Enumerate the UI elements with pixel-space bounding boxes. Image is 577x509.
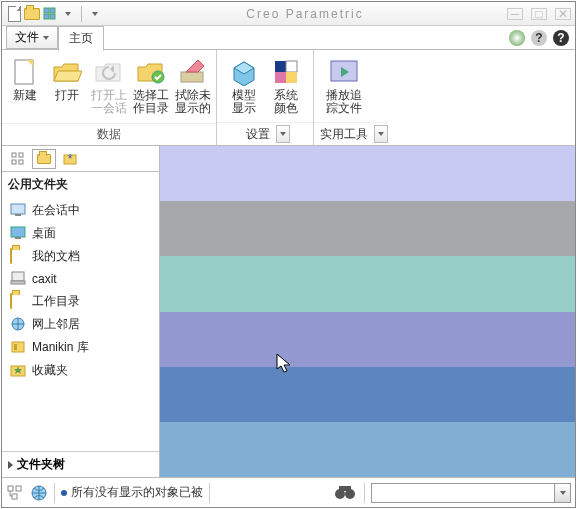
status-message: 所有没有显示的对象已被 (61, 484, 203, 501)
settings-dropdown[interactable]: 设置 (240, 125, 290, 143)
workdir-icon (10, 294, 26, 310)
svg-rect-36 (14, 344, 17, 350)
customize-dropdown-icon[interactable] (87, 6, 103, 22)
play-trace-icon (328, 56, 360, 88)
erase-button[interactable]: 拭除未 显示的 (172, 54, 214, 117)
quick-access-toolbar (6, 6, 103, 22)
sidebar-list: 在会话中 桌面 我的文档 caxit 工作目录 网上邻居 Manikin 库 收… (2, 197, 159, 384)
window-buttons: ─ □ ✕ (507, 8, 571, 20)
svg-rect-32 (12, 272, 24, 281)
utils-dropdown[interactable]: 实用工具 (314, 125, 388, 143)
svg-rect-18 (275, 72, 286, 83)
browser-icon[interactable] (30, 484, 48, 502)
maximize-button[interactable]: □ (531, 8, 547, 20)
sidebar-item-workdir[interactable]: 工作目录 (2, 290, 159, 313)
file-menu[interactable]: 文件 (6, 26, 58, 49)
svg-rect-0 (44, 8, 49, 13)
svg-rect-35 (12, 342, 24, 352)
system-color-button[interactable]: 系统 颜色 (265, 54, 307, 117)
system-color-icon (270, 56, 302, 88)
find-icon[interactable] (334, 484, 358, 502)
chevron-down-icon (554, 484, 570, 502)
sidebar-item-documents[interactable]: 我的文档 (2, 245, 159, 268)
folder-tree-toggle[interactable]: 文件夹树 (2, 451, 159, 477)
svg-rect-33 (11, 281, 25, 284)
sidebar-item-manikin[interactable]: Manikin 库 (2, 336, 159, 359)
group-label-data: 数据 (2, 123, 216, 145)
graphics-canvas[interactable] (160, 146, 575, 477)
svg-rect-16 (275, 61, 286, 72)
file-menu-label: 文件 (15, 29, 39, 46)
svg-rect-47 (339, 486, 351, 491)
titlebar: Creo Parametric ─ □ ✕ (2, 2, 575, 26)
sidebar-item-favorites[interactable]: 收藏夹 (2, 359, 159, 382)
open-last-icon (93, 56, 125, 88)
chevron-down-icon (276, 125, 290, 143)
computer-icon (10, 271, 26, 287)
ribbon-group-data: 新建 打开 打开上 一会话 选择工 作目录 拭除未 显示的 (2, 50, 217, 145)
app-title: Creo Parametric (103, 7, 507, 21)
svg-rect-1 (50, 8, 55, 13)
sidebar-tab-tree[interactable] (6, 149, 30, 169)
svg-rect-30 (11, 227, 25, 237)
close-button[interactable]: ✕ (555, 8, 571, 20)
sidebar-tab-folders[interactable] (32, 149, 56, 169)
svg-rect-28 (11, 204, 25, 214)
sidebar-item-session[interactable]: 在会话中 (2, 199, 159, 222)
sidebar: * 公用文件夹 在会话中 桌面 我的文档 caxit 工作目录 网上邻居 Man… (2, 146, 160, 477)
svg-rect-40 (16, 486, 21, 491)
ribbon-group-settings: 模型 显示 系统 颜色 设置 (217, 50, 314, 145)
dropdown-icon[interactable] (60, 6, 76, 22)
chevron-right-icon (8, 461, 13, 469)
svg-rect-22 (12, 153, 16, 157)
open-last-button[interactable]: 打开上 一会话 (88, 54, 130, 117)
bullet-icon (61, 490, 67, 496)
documents-icon (10, 249, 26, 265)
select-wd-button[interactable]: 选择工 作目录 (130, 54, 172, 117)
model-display-button[interactable]: 模型 显示 (223, 54, 265, 117)
selection-filter-combo[interactable] (371, 483, 571, 503)
svg-rect-19 (286, 72, 297, 83)
content-area: * 公用文件夹 在会话中 桌面 我的文档 caxit 工作目录 网上邻居 Man… (2, 146, 575, 477)
ribbon: 新建 打开 打开上 一会话 选择工 作目录 拭除未 显示的 (2, 50, 575, 146)
svg-rect-41 (12, 494, 17, 499)
desktop-icon (10, 226, 26, 242)
network-icon (10, 317, 26, 333)
svg-rect-31 (15, 237, 21, 239)
select-wd-icon (135, 56, 167, 88)
help-icon[interactable]: ? (553, 30, 569, 46)
ribbon-tabs: 文件 主页 ? ? (2, 26, 575, 50)
svg-rect-12 (181, 72, 203, 82)
chevron-down-icon (43, 36, 49, 40)
svg-rect-39 (8, 486, 13, 491)
resource-icon[interactable] (509, 30, 525, 46)
tab-home[interactable]: 主页 (58, 26, 104, 51)
info-icon[interactable]: ? (531, 30, 547, 46)
ribbon-group-utils: 播放追 踪文件 实用工具 (314, 50, 388, 145)
sidebar-tab-favorites[interactable]: * (58, 149, 82, 169)
sidebar-item-network[interactable]: 网上邻居 (2, 313, 159, 336)
new-file-icon (9, 56, 41, 88)
svg-rect-2 (44, 14, 49, 19)
model-display-icon (228, 56, 260, 88)
favorites-icon (10, 363, 26, 379)
sidebar-item-caxit[interactable]: caxit (2, 268, 159, 290)
svg-rect-4 (15, 60, 33, 84)
tree-toggle-icon[interactable] (6, 484, 24, 502)
windows-icon[interactable] (42, 6, 58, 22)
svg-rect-29 (15, 214, 21, 216)
svg-marker-13 (186, 60, 204, 72)
svg-rect-24 (19, 153, 23, 157)
sidebar-item-desktop[interactable]: 桌面 (2, 222, 159, 245)
play-trace-button[interactable]: 播放追 踪文件 (320, 54, 368, 117)
new-button[interactable]: 新建 (4, 54, 46, 104)
svg-rect-25 (19, 160, 23, 164)
status-bar: 所有没有显示的对象已被 (2, 477, 575, 507)
sidebar-header: 公用文件夹 (2, 172, 159, 197)
new-doc-icon[interactable] (6, 6, 22, 22)
open-button[interactable]: 打开 (46, 54, 88, 104)
open-folder-icon[interactable] (24, 6, 40, 22)
minimize-button[interactable]: ─ (507, 8, 523, 20)
svg-rect-17 (286, 61, 297, 72)
chevron-down-icon (374, 125, 388, 143)
